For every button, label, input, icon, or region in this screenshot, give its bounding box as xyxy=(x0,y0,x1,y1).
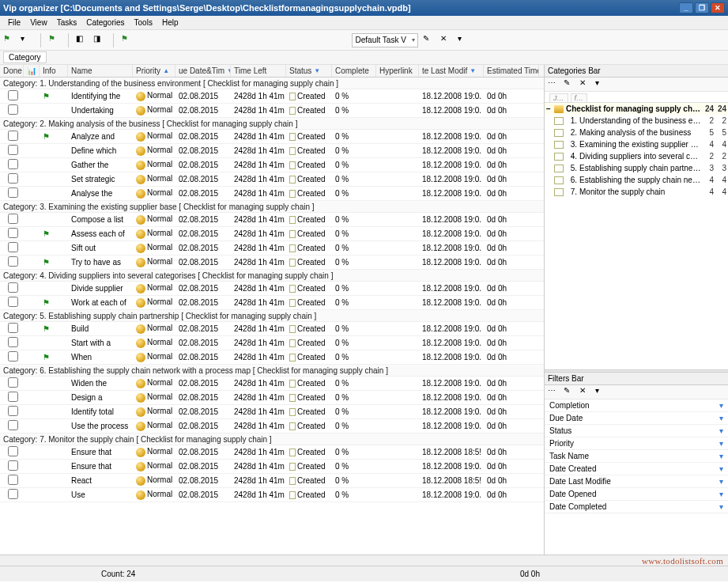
close-button[interactable]: ✕ xyxy=(711,2,725,13)
filter-date-opened[interactable]: Date Opened▾ xyxy=(545,488,728,501)
task-row[interactable]: Ensure thatNormal02.08.20152428d 1h 41mC… xyxy=(0,460,544,474)
task-row[interactable]: ⚑BuildNormal02.08.20152428d 1h 41mCreate… xyxy=(0,322,544,336)
task-row[interactable]: ⚑Assess each ofNormal02.08.20152428d 1h … xyxy=(0,227,544,241)
col-last-modified[interactable]: te Last Modif▼ xyxy=(419,65,484,77)
task-row[interactable]: ⚑Try to have asNormal02.08.20152428d 1h … xyxy=(0,256,544,270)
done-checkbox[interactable] xyxy=(8,228,18,238)
col-timeleft[interactable]: Time Left xyxy=(231,65,286,77)
task-row[interactable]: ⚑Work at each ofNormal02.08.20152428d 1h… xyxy=(0,296,544,310)
toolbar-button[interactable]: ⋯ xyxy=(548,78,560,91)
tree-item[interactable]: 7. Monitor the supply chain44 xyxy=(545,186,728,198)
menu-categories[interactable]: Categories xyxy=(81,18,129,27)
group-header[interactable]: Category: 5. Establishing supply chain p… xyxy=(0,310,544,322)
toolbar-button[interactable]: ▾ xyxy=(21,34,33,47)
toolbar-button[interactable]: ✎ xyxy=(423,34,436,47)
col-status[interactable]: Status▼ xyxy=(286,65,332,77)
group-header[interactable]: Category: 3. Examining the existing supp… xyxy=(0,201,544,213)
task-view-combo[interactable]: Default Task V xyxy=(352,33,418,47)
group-header[interactable]: Category: 1. Understanding of the busine… xyxy=(0,78,544,89)
filter-task-name[interactable]: Task Name▾ xyxy=(545,450,728,463)
task-row[interactable]: ⚑WhenNormal02.08.20152428d 1h 41mCreated… xyxy=(0,350,544,365)
done-checkbox[interactable] xyxy=(8,406,18,416)
col-complete[interactable]: Complete xyxy=(332,65,376,77)
horizontal-scroll[interactable] xyxy=(0,555,728,566)
toolbar-button[interactable]: ✕ xyxy=(440,34,453,47)
menu-tasks[interactable]: Tasks xyxy=(52,18,82,27)
task-row[interactable]: UndertakingNormal02.08.20152428d 1h 41mC… xyxy=(0,104,544,118)
done-checkbox[interactable] xyxy=(8,159,18,169)
col-done[interactable]: Done xyxy=(0,65,24,77)
tree-item[interactable]: 1. Understanding of the business environ… xyxy=(545,115,728,127)
done-checkbox[interactable] xyxy=(8,90,18,100)
task-row[interactable]: Start with aNormal02.08.20152428d 1h 41m… xyxy=(0,336,544,350)
toolbar-button[interactable]: ✎ xyxy=(564,78,576,91)
toolbar-button[interactable]: ✕ xyxy=(579,78,592,91)
task-row[interactable]: Gather theNormal02.08.20152428d 1h 41mCr… xyxy=(0,158,544,172)
group-by-category-chip[interactable]: Category xyxy=(3,51,47,63)
menu-file[interactable]: File xyxy=(3,18,25,27)
task-row[interactable]: Sift outNormal02.08.20152428d 1h 41mCrea… xyxy=(0,241,544,256)
done-checkbox[interactable] xyxy=(8,173,18,184)
done-checkbox[interactable] xyxy=(8,282,18,293)
flag-icon[interactable]: ⚑ xyxy=(48,34,61,47)
col-info[interactable]: Info xyxy=(40,65,68,77)
minimize-button[interactable]: _ xyxy=(679,2,693,13)
filter-date-created[interactable]: Date Created▾ xyxy=(545,463,728,475)
toolbar-button[interactable]: ✕ xyxy=(579,386,592,399)
task-row[interactable]: ⚑Analyze andNormal02.08.20152428d 1h 41m… xyxy=(0,130,544,144)
done-checkbox[interactable] xyxy=(8,460,18,471)
task-row[interactable]: Divide supplierNormal02.08.20152428d 1h … xyxy=(0,282,544,296)
flag-icon[interactable]: ⚑ xyxy=(121,34,134,47)
done-checkbox[interactable] xyxy=(8,489,18,499)
col-chart-icon[interactable]: 📊 xyxy=(24,65,40,77)
tree-item[interactable]: 5. Establishing supply chain partnership… xyxy=(545,162,728,174)
task-row[interactable]: Compose a listNormal02.08.20152428d 1h 4… xyxy=(0,213,544,227)
done-checkbox[interactable] xyxy=(8,377,18,388)
toolbar-button[interactable]: ▾ xyxy=(595,386,608,399)
group-header[interactable]: Category: 4. Dividing suppliers into sev… xyxy=(0,270,544,282)
tab[interactable]: J… xyxy=(549,93,568,102)
done-checkbox[interactable] xyxy=(8,323,18,333)
toolbar-button[interactable]: ◧ xyxy=(76,34,89,47)
tab[interactable]: f… xyxy=(571,93,588,102)
done-checkbox[interactable] xyxy=(8,214,18,224)
menu-tools[interactable]: Tools xyxy=(130,18,157,27)
filter-due-date[interactable]: Due Date▾ xyxy=(545,412,728,425)
col-hyperlink[interactable]: Hyperlink xyxy=(376,65,419,77)
toolbar-button[interactable]: ◨ xyxy=(93,34,106,47)
filter-date-completed[interactable]: Date Completed▾ xyxy=(545,501,728,513)
menu-view[interactable]: View xyxy=(25,18,52,27)
task-row[interactable]: UseNormal02.08.20152428d 1h 41mCreated0 … xyxy=(0,488,544,502)
tree-item[interactable]: 3. Examining the existing supplier base4… xyxy=(545,138,728,150)
group-header[interactable]: Category: 2. Making analysis of the busi… xyxy=(0,118,544,130)
group-header[interactable]: Category: 6. Establishing the supply cha… xyxy=(0,365,544,377)
toolbar-button[interactable]: ▾ xyxy=(595,78,608,91)
done-checkbox[interactable] xyxy=(8,420,18,430)
col-name[interactable]: Name xyxy=(68,65,133,77)
task-row[interactable]: Use the processNormal02.08.20152428d 1h … xyxy=(0,419,544,433)
maximize-button[interactable]: ❐ xyxy=(695,2,709,13)
task-row[interactable]: ReactNormal02.08.20152428d 1h 41mCreated… xyxy=(0,474,544,488)
filter-completion[interactable]: Completion▾ xyxy=(545,399,728,412)
done-checkbox[interactable] xyxy=(8,446,18,456)
filter-status[interactable]: Status▾ xyxy=(545,425,728,437)
filter-date-last-modifie[interactable]: Date Last Modifie▾ xyxy=(545,475,728,488)
collapse-icon[interactable]: − xyxy=(546,104,554,113)
task-row[interactable]: Ensure thatNormal02.08.20152428d 1h 41mC… xyxy=(0,445,544,460)
done-checkbox[interactable] xyxy=(8,337,18,347)
task-row[interactable]: Set strategicNormal02.08.20152428d 1h 41… xyxy=(0,172,544,187)
col-due[interactable]: ue Date&Tim▼ xyxy=(175,65,231,77)
tree-item[interactable]: 2. Making analysis of the business55 xyxy=(545,127,728,138)
task-row[interactable]: Identify totalNormal02.08.20152428d 1h 4… xyxy=(0,405,544,419)
done-checkbox[interactable] xyxy=(8,145,18,155)
done-checkbox[interactable] xyxy=(8,242,18,252)
col-estimated[interactable]: Estimated Time xyxy=(484,65,539,77)
done-checkbox[interactable] xyxy=(8,475,18,485)
done-checkbox[interactable] xyxy=(8,104,18,115)
tree-item[interactable]: 6. Establishing the supply chain network… xyxy=(545,174,728,186)
tree-item[interactable]: 4. Dividing suppliers into several categ… xyxy=(545,150,728,162)
done-checkbox[interactable] xyxy=(8,187,18,198)
task-row[interactable]: ⚑Identifying theNormal02.08.20152428d 1h… xyxy=(0,89,544,104)
done-checkbox[interactable] xyxy=(8,392,18,402)
task-row[interactable]: Design aNormal02.08.20152428d 1h 41mCrea… xyxy=(0,391,544,405)
